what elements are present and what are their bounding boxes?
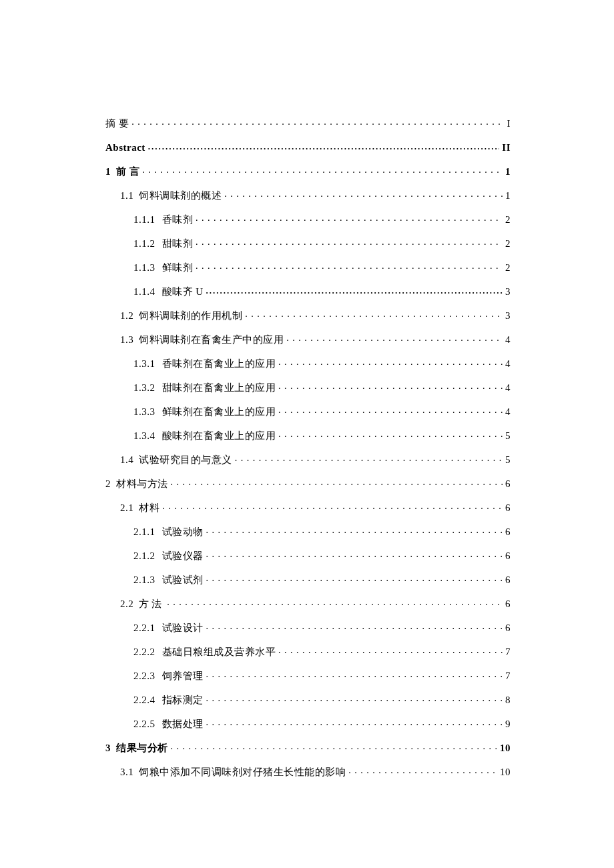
- toc-leader: [204, 669, 505, 679]
- toc-label: 1.3.4酸味剂在畜禽业上的应用: [133, 431, 276, 441]
- toc-title: 酸味剂在畜禽业上的应用: [162, 430, 276, 441]
- toc-leader: [276, 429, 504, 439]
- toc-title: 材料: [139, 502, 160, 513]
- toc-title: 试验设计: [162, 622, 204, 633]
- toc-label: 1.1.1香味剂: [133, 215, 193, 225]
- toc-entry: 2.2.3饲养管理7: [133, 669, 511, 681]
- toc-number: 1.1.1: [133, 214, 156, 225]
- toc-leader: [139, 165, 504, 175]
- toc-title: 酸味齐 U: [162, 286, 204, 297]
- toc-entry: 3结果与分析10: [105, 741, 511, 753]
- toc-page-number: 2: [504, 239, 511, 249]
- toc-number: 2.2.2: [133, 646, 156, 657]
- toc-label: 1.4试验研究目的与意义: [120, 455, 232, 465]
- toc-leader: [145, 141, 501, 151]
- toc-title: 试验试剂: [162, 574, 204, 585]
- toc-leader: [346, 765, 499, 775]
- toc-entry: 1前 言1: [105, 165, 511, 177]
- toc-page-number: 4: [504, 383, 511, 393]
- toc-title: 甜味剂: [162, 238, 194, 249]
- toc-entry: 2.2方法6: [120, 597, 511, 609]
- toc-label: 2.2.2基础日粮组成及营养水平: [133, 647, 276, 657]
- toc-title: 方法: [139, 598, 164, 609]
- toc-number: 2.2.4: [133, 695, 156, 705]
- toc-page-number: 7: [504, 671, 511, 681]
- toc-page-number: 1: [504, 167, 511, 177]
- toc-entry: 1.1.4酸味齐 U3: [133, 285, 511, 297]
- toc-page-number: 7: [504, 647, 511, 657]
- toc-leader: [204, 717, 505, 727]
- toc-title: 甜味剂在畜禽业上的应用: [162, 382, 276, 393]
- toc-number: 3.1: [120, 767, 133, 777]
- toc-title: 饲养管理: [162, 671, 204, 681]
- toc-leader: [164, 597, 504, 607]
- toc-title: 饲料调味剂在畜禽生产中的应用: [139, 334, 284, 345]
- toc-entry: 1.3.2甜味剂在畜禽业上的应用4: [133, 381, 511, 393]
- toc-label: 2.2.3饲养管理: [133, 671, 204, 681]
- toc-entry: 1.1.3鲜味剂2: [133, 261, 511, 273]
- toc-number: 1.3.1: [133, 358, 156, 369]
- toc-entry: 1.3.4酸味剂在畜禽业上的应用5: [133, 429, 511, 441]
- toc-label: 1.1.4酸味齐 U: [133, 287, 204, 297]
- toc-page-number: 6: [504, 599, 511, 609]
- toc-number: 2.1.2: [133, 550, 156, 561]
- toc-number: 1.1.2: [133, 238, 156, 249]
- toc-label: 2.1.2试验仪器: [133, 551, 204, 561]
- toc-page-number: 4: [504, 407, 511, 417]
- toc-number: 2.2.5: [133, 719, 156, 729]
- toc-number: 2.2: [120, 598, 133, 609]
- toc-page-number: 5: [504, 455, 511, 465]
- toc-number: 1.1: [120, 190, 133, 201]
- toc-leader: [284, 333, 504, 343]
- toc-number: 1.3.4: [133, 430, 156, 441]
- toc-page-number: 6: [504, 479, 511, 489]
- toc-entry: 1.2饲料调味剂的作用机制3: [120, 309, 511, 321]
- toc-label: 1.3.1香味剂在畜禽业上的应用: [133, 359, 276, 369]
- toc-leader: [276, 357, 504, 367]
- toc-title: 试验动物: [162, 526, 204, 537]
- toc-page-number: 6: [504, 575, 511, 585]
- toc-number: 1.3.2: [133, 382, 156, 393]
- toc-label: 2.1.3试验试剂: [133, 575, 204, 585]
- toc-page-number: 6: [504, 527, 511, 537]
- toc-label: 2.1.1试验动物: [133, 527, 204, 537]
- toc-entry: 2.2.1试验设计6: [133, 621, 511, 633]
- toc-page-number: 4: [504, 335, 511, 345]
- toc-leader: [129, 117, 505, 127]
- toc-label: 1.3.3鲜味剂在畜禽业上的应用: [133, 407, 276, 417]
- toc-leader: [204, 525, 505, 535]
- toc-title: 香味剂: [162, 214, 194, 225]
- toc-page-number: 2: [504, 215, 511, 225]
- toc-entry: 1.3饲料调味剂在畜禽生产中的应用4: [120, 333, 511, 345]
- toc-number: 1: [105, 166, 111, 177]
- toc-page: 摘 要IAbstractII1前 言11.1饲料调味剂的概述11.1.1香味剂2…: [0, 0, 614, 777]
- toc-number: 2.1.3: [133, 574, 156, 585]
- toc-label: 1.1饲料调味剂的概述: [120, 191, 222, 201]
- toc-label: 1.3饲料调味剂在畜禽生产中的应用: [120, 335, 284, 345]
- toc-title: 材料与方法: [116, 478, 168, 489]
- toc-leader: [242, 309, 504, 319]
- toc-label: 1前 言: [105, 167, 139, 177]
- toc-label: 2材料与方法: [105, 479, 168, 489]
- toc-entry: 2.2.5数据处理9: [133, 717, 511, 729]
- toc-title: 鲜味剂: [162, 262, 194, 273]
- toc-entry: 2.1材料6: [120, 501, 511, 513]
- toc-label: 2.1材料: [120, 503, 160, 513]
- toc-label: Abstract: [105, 143, 145, 153]
- toc-leader: [168, 741, 499, 751]
- toc-page-number: 10: [499, 767, 511, 777]
- toc-page-number: I: [506, 119, 511, 129]
- toc-label: 1.2饲料调味剂的作用机制: [120, 311, 242, 321]
- toc-label: 1.3.2甜味剂在畜禽业上的应用: [133, 383, 276, 393]
- toc-page-number: 6: [504, 623, 511, 633]
- toc-label: 3结果与分析: [105, 743, 168, 753]
- toc-label: 2.2.1试验设计: [133, 623, 204, 633]
- toc-entry: 1.1.1香味剂2: [133, 213, 511, 225]
- toc-title: 试验仪器: [162, 550, 204, 561]
- toc-leader: [276, 381, 504, 391]
- toc-title: 数据处理: [162, 719, 204, 729]
- toc-number: 1.4: [120, 454, 133, 465]
- toc-label: 1.1.3鲜味剂: [133, 263, 193, 273]
- toc-label: 2.2方法: [120, 599, 164, 609]
- toc-leader: [222, 189, 504, 199]
